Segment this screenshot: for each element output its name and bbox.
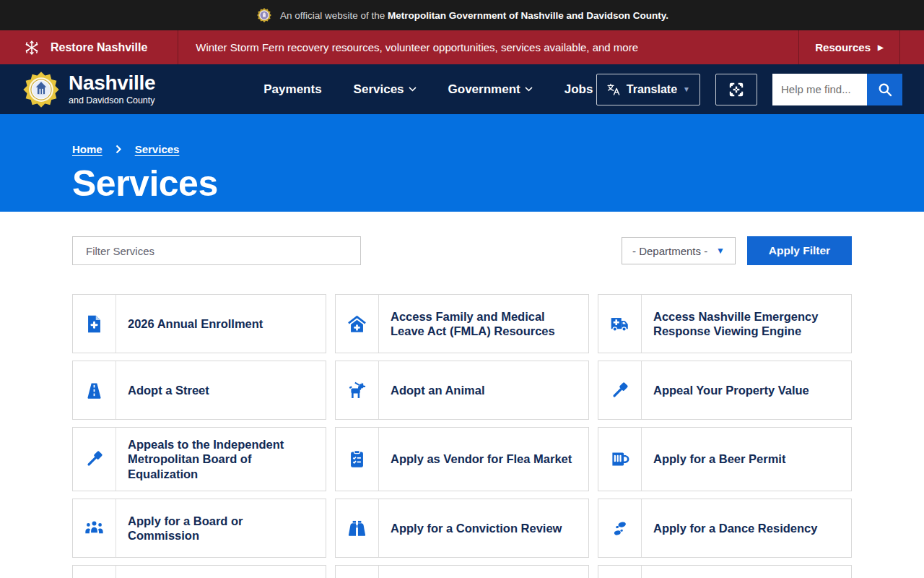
service-card[interactable]: Apply for a Conviction Review <box>335 499 589 558</box>
clipboard-list-icon <box>336 428 379 491</box>
chevron-right-icon <box>116 144 122 154</box>
site-header: Nashville and Davidson County Payments S… <box>0 64 924 114</box>
service-card-title: Apply for a Board or Commission <box>116 499 326 557</box>
logo-subtitle: and Davidson County <box>69 95 155 105</box>
service-card-title <box>116 566 326 578</box>
restore-nashville-label: Restore Nashville <box>51 41 147 54</box>
beer-mug-icon <box>598 428 642 491</box>
service-card[interactable]: Apply for a Beer Permit <box>598 427 852 491</box>
service-card[interactable]: 2026 Annual Enrollment <box>72 294 326 353</box>
services-grid: 2026 Annual EnrollmentAccess Family and … <box>72 294 852 578</box>
service-card[interactable]: Adopt a Street <box>72 361 326 420</box>
service-card-title <box>379 566 588 578</box>
nav-government[interactable]: Government <box>448 82 533 97</box>
service-card[interactable] <box>335 565 589 578</box>
search-icon <box>877 82 893 98</box>
main-nav: Payments Services Government Jobs <box>263 82 593 97</box>
nashville-seal-icon <box>22 70 61 109</box>
nav-payments[interactable]: Payments <box>263 82 321 97</box>
footprints-icon <box>598 499 642 557</box>
qr-hub-button[interactable] <box>715 74 757 105</box>
file-medical-icon <box>73 295 116 353</box>
qr-code-icon <box>727 80 746 99</box>
alert-message: Winter Storm Fern recovery resources, vo… <box>178 30 798 64</box>
service-card[interactable]: Access Nashville Emergency Response View… <box>598 294 852 353</box>
service-card-icon <box>336 566 379 578</box>
service-card-title: Access Nashville Emergency Response View… <box>642 295 851 353</box>
logo-title: Nashville <box>69 73 155 93</box>
service-card-title: Appeal Your Property Value <box>642 361 851 419</box>
caret-down-icon: ▼ <box>683 85 690 93</box>
nashville-logo[interactable]: Nashville and Davidson County <box>22 70 155 109</box>
service-card-title: Apply for a Conviction Review <box>379 499 588 557</box>
service-card-icon <box>73 566 116 578</box>
filter-bar: - Departments - ▼ Apply Filter <box>72 236 852 265</box>
people-group-icon <box>73 499 116 557</box>
service-card[interactable]: Apply for a Board or Commission <box>72 499 326 558</box>
service-card-title <box>642 566 851 578</box>
binoculars-icon <box>336 499 379 557</box>
gavel-icon <box>73 428 116 491</box>
service-card[interactable]: Apply as Vendor for Flea Market <box>335 427 589 491</box>
breadcrumb: Home Services <box>72 143 852 155</box>
service-card-icon <box>598 566 642 578</box>
hero: Home Services Services <box>0 114 924 212</box>
house-medical-icon <box>336 295 379 353</box>
arrow-right-icon: ▶ <box>878 44 884 51</box>
service-card-title: Access Family and Medical Leave Act (FML… <box>379 295 588 353</box>
chevron-down-icon <box>525 87 533 92</box>
translate-button[interactable]: Translate ▼ <box>596 74 700 105</box>
official-banner: An official website of the Metropolitan … <box>0 0 924 30</box>
search-button[interactable] <box>867 74 902 105</box>
service-card[interactable]: Adopt an Animal <box>335 361 589 420</box>
resources-button[interactable]: Resources ▶ <box>799 30 899 64</box>
ambulance-icon <box>598 295 642 353</box>
nav-services[interactable]: Services <box>354 82 417 97</box>
gavel-icon <box>598 361 642 419</box>
service-card-title: Adopt an Animal <box>379 361 588 419</box>
service-card-title: 2026 Annual Enrollment <box>116 295 326 353</box>
site-search <box>772 74 902 105</box>
caret-down-icon: ▼ <box>716 246 725 256</box>
restore-nashville-link[interactable]: Restore Nashville <box>0 30 178 64</box>
snowflake-icon <box>24 40 40 56</box>
dog-icon <box>336 361 379 419</box>
service-card-title: Apply as Vendor for Flea Market <box>379 428 588 491</box>
service-card[interactable] <box>72 565 326 578</box>
service-card[interactable]: Access Family and Medical Leave Act (FML… <box>335 294 589 353</box>
service-card[interactable] <box>598 565 852 578</box>
chevron-down-icon <box>409 87 417 92</box>
service-card-title: Apply for a Beer Permit <box>642 428 851 491</box>
site-search-input[interactable] <box>772 74 867 105</box>
metro-seal-icon <box>256 7 273 24</box>
alert-banner: Restore Nashville Winter Storm Fern reco… <box>0 30 924 64</box>
translate-icon <box>606 82 621 97</box>
service-card[interactable]: Apply for a Dance Residency <box>598 499 852 558</box>
service-card[interactable]: Appeal Your Property Value <box>598 361 852 420</box>
official-banner-text: An official website of the Metropolitan … <box>280 10 668 21</box>
filter-services-input[interactable] <box>72 236 361 265</box>
apply-filter-button[interactable]: Apply Filter <box>747 236 852 265</box>
service-card-title: Appeals to the Independent Metropolitan … <box>116 428 326 491</box>
breadcrumb-services-link[interactable]: Services <box>135 143 180 155</box>
page-title: Services <box>72 163 852 204</box>
service-card[interactable]: Appeals to the Independent Metropolitan … <box>72 427 326 491</box>
breadcrumb-home-link[interactable]: Home <box>72 143 103 155</box>
road-icon <box>73 361 116 419</box>
service-card-title: Apply for a Dance Residency <box>642 499 851 557</box>
service-card-title: Adopt a Street <box>116 361 326 419</box>
departments-select[interactable]: - Departments - ▼ <box>622 237 736 264</box>
nav-jobs[interactable]: Jobs <box>565 82 593 97</box>
